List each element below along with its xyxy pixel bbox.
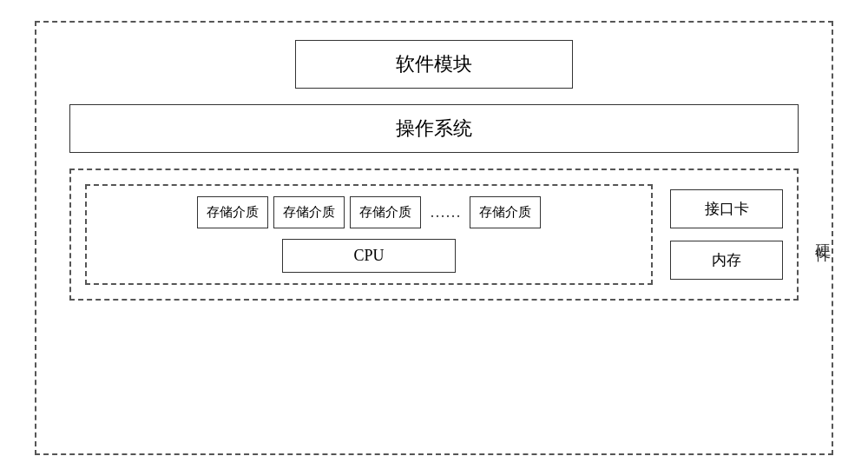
storage-row: 存储介质 存储介质 存储介质 …… 存储介质 bbox=[197, 196, 541, 228]
left-hardware-section: 存储介质 存储介质 存储介质 …… 存储介质 CPU bbox=[85, 184, 653, 285]
os-box: 操作系统 bbox=[69, 104, 799, 153]
software-module-label: 软件模块 bbox=[396, 53, 472, 75]
storage-item-3: 存储介质 bbox=[350, 196, 421, 228]
interface-card-box: 接口卡 bbox=[670, 189, 783, 228]
hardware-outer-box: 存储介质 存储介质 存储介质 …… 存储介质 CPU 接口卡 bbox=[69, 169, 799, 301]
hardware-label: 硬件 bbox=[812, 231, 833, 238]
right-hardware-section: 接口卡 内存 bbox=[670, 184, 783, 285]
os-label: 操作系统 bbox=[396, 117, 472, 139]
software-module-box: 软件模块 bbox=[295, 40, 573, 89]
storage-item-4: 存储介质 bbox=[470, 196, 541, 228]
main-diagram: 软件模块 操作系统 存储介质 存储介质 存储介质 …… 存储介质 bbox=[35, 21, 833, 455]
memory-label: 内存 bbox=[712, 252, 741, 268]
memory-box: 内存 bbox=[670, 241, 783, 280]
cpu-label: CPU bbox=[353, 247, 384, 264]
interface-card-label: 接口卡 bbox=[705, 201, 749, 217]
storage-item-2: 存储介质 bbox=[273, 196, 345, 228]
storage-item-1: 存储介质 bbox=[197, 196, 268, 228]
cpu-box: CPU bbox=[282, 239, 456, 273]
ellipsis: …… bbox=[426, 203, 464, 221]
